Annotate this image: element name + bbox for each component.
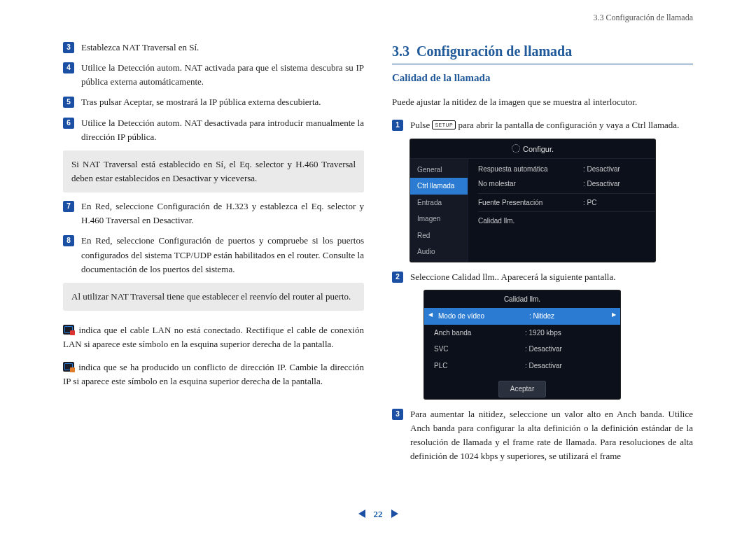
- prev-page-icon[interactable]: [358, 510, 365, 518]
- sidebar-item: Entrada: [410, 195, 468, 211]
- next-page-icon[interactable]: [391, 510, 398, 518]
- note-text: Si NAT Traversal está establecido en Sí,…: [71, 159, 356, 183]
- step-item: 2 Seleccione Calidad llm.. Aparecerá la …: [410, 270, 693, 284]
- note-box: Si NAT Traversal está establecido en Sí,…: [63, 150, 364, 192]
- two-column-layout: 3 Establezca NAT Traversal en Sí. 4 Util…: [63, 41, 693, 470]
- sidebar-item: General: [410, 162, 468, 178]
- intro-text: Puede ajustar la nitidez de la imagen qu…: [392, 95, 693, 109]
- page-number: 22: [374, 509, 383, 519]
- mock-title: Configur.: [410, 139, 655, 158]
- step-badge: 3: [392, 409, 403, 420]
- document-page: 3.3 Configuración de llamada 3 Establezc…: [0, 0, 756, 534]
- ip-conflict-icon: [63, 362, 74, 372]
- note-text: Al utilizar NAT Traversal tiene que esta…: [71, 291, 351, 302]
- sidebar-item: Red: [410, 227, 468, 244]
- step-item: 8 En Red, seleccione Configuración de pu…: [81, 234, 364, 276]
- sidebar-item: Imagen: [410, 211, 468, 227]
- step-text: En Red, seleccione Configuración de puer…: [81, 235, 364, 274]
- step-badge: 4: [63, 62, 74, 73]
- lan-not-connected-note: indica que el cable LAN no está conectad…: [63, 323, 364, 351]
- config-screenshot: Configur. General Ctrl llamada Entrada I…: [410, 139, 655, 262]
- step-item: 5 Tras pulsar Aceptar, se mostrará la IP…: [81, 95, 364, 109]
- step-text: En Red, seleccione Configuración de H.32…: [81, 201, 364, 225]
- page-footer: 22: [0, 507, 756, 520]
- ip-conflict-note: indica que se ha producido un conflicto …: [63, 360, 364, 388]
- step-item: 6 Utilice la Detección autom. NAT desact…: [81, 116, 364, 144]
- gear-icon: [512, 144, 520, 153]
- step-item: 1 Pulse SETUP para abrir la pantalla de …: [410, 118, 693, 132]
- section-title: Configuración de llamada: [416, 43, 572, 59]
- step-badge: 3: [63, 42, 74, 53]
- step-text: Utilice la Detección autom. NAT desactiv…: [81, 118, 364, 142]
- section-number: 3.3: [392, 43, 410, 59]
- step-item: 4 Utilice la Detección autom. NAT activa…: [81, 61, 364, 89]
- sidebar-item: Cámara: [410, 260, 468, 262]
- quality-screenshot: Calidad llm. Modo de vídeo: Nitidez Anch…: [424, 290, 620, 399]
- step-text: Utilice la Detección autom. NAT activada…: [81, 62, 364, 87]
- accept-button: Aceptar: [498, 381, 546, 398]
- step-text-b: para abrir la pantalla de configuración …: [458, 120, 680, 130]
- lan-disconnected-icon: [63, 325, 74, 335]
- note-box: Al utilizar NAT Traversal tiene que esta…: [63, 283, 364, 311]
- step-badge: 2: [392, 272, 403, 283]
- right-column: 3.3Configuración de llamada Calidad de l…: [392, 41, 693, 470]
- setup-key-icon: SETUP: [432, 120, 456, 129]
- step-text: Para aumentar la nitidez, seleccione un …: [410, 409, 693, 461]
- section-heading: 3.3Configuración de llamada: [392, 41, 693, 64]
- left-column: 3 Establezca NAT Traversal en Sí. 4 Util…: [63, 41, 364, 470]
- paragraph-text: indica que se ha producido un conflicto …: [63, 362, 364, 386]
- step-item: 3 Para aumentar la nitidez, seleccione u…: [410, 407, 693, 464]
- sidebar-item-active: Ctrl llamada: [410, 178, 468, 195]
- step-text: Establezca NAT Traversal en Sí.: [81, 42, 199, 52]
- step-badge: 5: [63, 97, 74, 108]
- breadcrumb: 3.3 Configuración de llamada: [593, 13, 693, 23]
- step-item: 7 En Red, seleccione Configuración de H.…: [81, 199, 364, 227]
- paragraph-text: indica que el cable LAN no está conectad…: [63, 325, 364, 349]
- mock-content: Respuesta automática: Desactivar No mole…: [468, 159, 655, 262]
- sidebar-item: Audio: [410, 244, 468, 260]
- step-badge: 1: [392, 120, 403, 131]
- step-badge: 6: [63, 118, 74, 129]
- step-item: 3 Establezca NAT Traversal en Sí.: [81, 41, 364, 55]
- step-badge: 7: [63, 201, 74, 212]
- mock-title: Calidad llm.: [424, 290, 620, 309]
- mock-content: Modo de vídeo: Nitidez Anch banda: 1920 …: [424, 308, 620, 399]
- step-text: Seleccione Calidad llm.. Aparecerá la si…: [410, 272, 615, 282]
- step-text: Tras pulsar Aceptar, se mostrará la IP p…: [81, 97, 321, 107]
- mock-sidebar: General Ctrl llamada Entrada Imagen Red …: [410, 159, 468, 262]
- step-badge: 8: [63, 235, 74, 246]
- subsection-heading: Calidad de la llamada: [392, 70, 693, 86]
- step-text-a: Pulse: [410, 120, 432, 130]
